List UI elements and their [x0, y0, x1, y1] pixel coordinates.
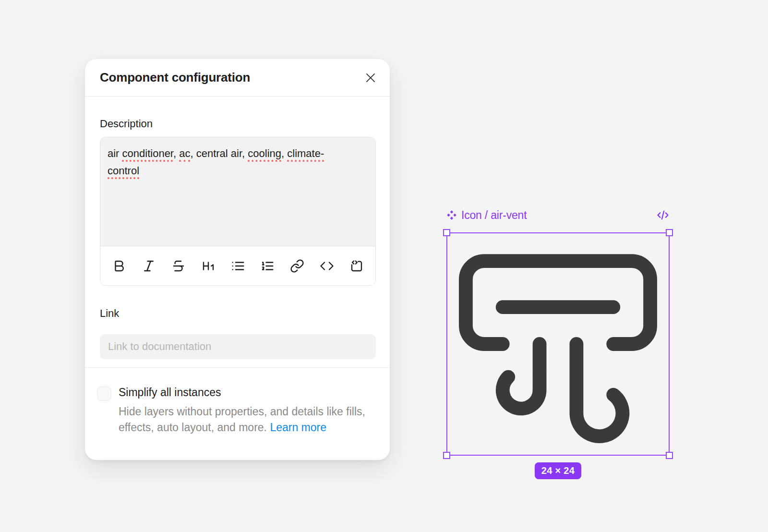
selection-frame[interactable]	[446, 232, 670, 456]
description-editor: air conditioner, ac, central air, coolin…	[100, 137, 376, 286]
link-field: Link	[100, 307, 376, 359]
simplify-checkbox[interactable]	[97, 387, 111, 401]
misspelled-word: cooling	[248, 147, 281, 159]
bulleted-list-icon	[231, 259, 245, 273]
strikethrough-button[interactable]	[168, 255, 190, 277]
close-button[interactable]	[361, 69, 380, 87]
inline-code-icon	[320, 259, 334, 273]
component-name: Icon / air-vent	[461, 209, 527, 222]
dialog-title: Component configuration	[100, 70, 250, 85]
air-vent-icon[interactable]	[447, 233, 669, 455]
resize-handle-bottom-left[interactable]	[443, 452, 450, 459]
simplify-description-line2: effects, auto layout, and more.	[119, 421, 267, 434]
description-text: ,	[173, 147, 179, 159]
bulleted-list-button[interactable]	[227, 255, 249, 277]
link-button[interactable]	[286, 255, 308, 277]
description-text: , central air,	[190, 147, 248, 159]
resize-handle-top-left[interactable]	[443, 229, 450, 236]
component-label[interactable]: Icon / air-vent	[446, 209, 527, 222]
misspelled-word: conditioner	[122, 147, 173, 159]
close-icon	[363, 71, 378, 85]
description-label: Description	[100, 118, 376, 130]
component-configuration-dialog: Component configuration Description air …	[85, 59, 390, 460]
selection-header: Icon / air-vent	[446, 206, 670, 225]
bold-button[interactable]	[108, 255, 130, 277]
heading-1-button[interactable]	[197, 255, 219, 277]
learn-more-link[interactable]: Learn more	[270, 421, 326, 434]
description-text: air	[108, 147, 122, 159]
simplify-section: Simplify all instances Hide layers witho…	[85, 368, 390, 460]
simplify-description-line1: Hide layers without properties, and deta…	[119, 405, 365, 418]
description-textarea[interactable]: air conditioner, ac, central air, coolin…	[100, 137, 375, 246]
link-label: Link	[100, 307, 376, 320]
numbered-list-button[interactable]	[256, 255, 278, 277]
simplify-label: Simplify all instances	[119, 386, 365, 399]
description-text: ,	[281, 147, 287, 159]
formatting-toolbar	[100, 246, 375, 285]
simplify-description: Hide layers without properties, and deta…	[119, 404, 365, 435]
misspelled-word: climate-	[287, 147, 324, 159]
link-input[interactable]	[100, 334, 376, 359]
dev-mode-button[interactable]	[656, 208, 670, 222]
resize-handle-top-right[interactable]	[666, 229, 673, 236]
size-badge: 24 × 24	[535, 462, 581, 479]
code-icon	[656, 208, 670, 222]
bold-icon	[112, 259, 126, 273]
figma-canvas: Component configuration Description air …	[0, 0, 768, 532]
code-block-icon	[349, 259, 364, 273]
misspelled-word: control	[108, 165, 139, 177]
description-field: Description air conditioner, ac, central…	[100, 118, 376, 286]
component-diamonds-icon	[446, 210, 457, 220]
dialog-header: Component configuration	[85, 59, 390, 97]
numbered-list-icon	[260, 259, 275, 273]
dialog-body: Description air conditioner, ac, central…	[85, 97, 390, 367]
link-icon	[290, 259, 304, 273]
code-block-button[interactable]	[346, 255, 368, 277]
italic-icon	[142, 259, 156, 273]
italic-button[interactable]	[138, 255, 160, 277]
strikethrough-icon	[171, 259, 186, 273]
inline-code-button[interactable]	[316, 255, 338, 277]
simplify-text: Simplify all instances Hide layers witho…	[119, 386, 365, 435]
resize-handle-bottom-right[interactable]	[666, 452, 673, 459]
size-badge-row: 24 × 24	[446, 462, 670, 479]
misspelled-word: ac	[179, 147, 190, 159]
heading-1-icon	[201, 259, 216, 273]
